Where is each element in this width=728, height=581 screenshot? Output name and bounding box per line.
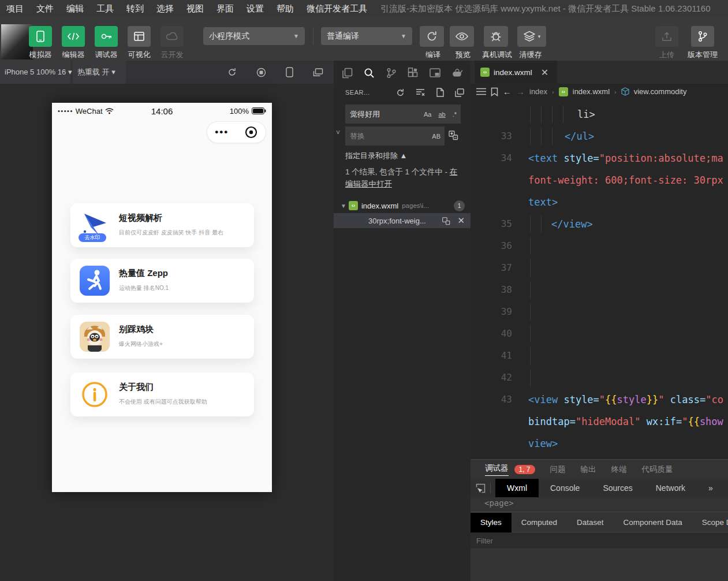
replace-all-icon[interactable]	[448, 130, 458, 140]
devtools-tab-Sources[interactable]: Sources	[591, 479, 644, 497]
code-line: 41	[471, 345, 728, 367]
styles-filter-input[interactable]	[471, 532, 728, 549]
editor-code-button[interactable]	[62, 26, 85, 47]
visualize-layout-button[interactable]	[128, 26, 151, 47]
search-panel-title: SEAR...	[345, 89, 370, 96]
debugger-key-button[interactable]	[95, 26, 118, 47]
tab-index-wxml[interactable]: ‹› index.wxml ✕	[475, 61, 557, 84]
result-match-row[interactable]: 30rpx;font-weig... ✕	[334, 213, 471, 228]
devtools-tab-Console[interactable]: Console	[539, 479, 591, 497]
debugger-tab-调试器[interactable]: 调试器	[485, 463, 509, 476]
code-text: </view>	[528, 213, 728, 235]
extensions-icon[interactable]	[408, 68, 418, 78]
menu-item-10[interactable]: 帮助	[270, 0, 300, 17]
真机调试-button[interactable]	[484, 26, 508, 47]
replace-input[interactable]	[345, 126, 415, 146]
dirs-exclude-toggle[interactable]: 指定目录和排除 ▲	[345, 151, 407, 161]
new-search-editor-icon[interactable]	[436, 88, 444, 97]
main-toolbar: 模拟器编辑器调试器可视化云开发 小程序模式 ▼ 普通编译 ▼ 编译预览真机调试▾…	[0, 17, 728, 61]
simulator-phone-button[interactable]	[29, 26, 52, 47]
nav-forward-icon[interactable]: →	[516, 87, 525, 96]
result-file-row[interactable]: ▼ ‹› index.wxml pages\i... 1	[334, 198, 471, 213]
device-selector[interactable]: iPhone 5 100% 16 ▾	[5, 61, 72, 84]
menu-item-11[interactable]: 微信开发者工具	[300, 0, 374, 17]
debugger-tab-终端[interactable]: 终端	[611, 464, 627, 475]
restart-icon[interactable]	[227, 68, 237, 77]
nav-back-icon[interactable]: ←	[503, 87, 512, 96]
breadcrumb-symbol[interactable]: view.commodity	[634, 87, 687, 96]
tab-name: index.wxml	[494, 68, 532, 77]
collapse-all-icon[interactable]	[455, 88, 464, 97]
regex-icon[interactable]: .*	[451, 110, 458, 118]
bookmark-icon[interactable]	[491, 87, 498, 96]
style-tab-computed[interactable]: Computed	[512, 513, 567, 532]
编译-button[interactable]	[420, 26, 444, 47]
menu-item-7[interactable]: 视图	[180, 0, 210, 17]
teapot-icon[interactable]	[451, 68, 463, 77]
preview-window-icon[interactable]	[430, 68, 440, 77]
code-editor[interactable]: li>33</ul>34<text style="position:absolu…	[471, 99, 728, 459]
line-number	[471, 169, 512, 191]
mode-select[interactable]: 小程序模式 ▼	[203, 27, 305, 45]
menu-item-1[interactable]: 项目	[0, 0, 30, 17]
hot-reload-toggle[interactable]: 热重载 开 ▾	[77, 61, 115, 84]
inspect-element-icon[interactable]	[471, 483, 490, 493]
capsule-more-button[interactable]: •••	[215, 129, 229, 135]
match-case-icon[interactable]: Aa	[423, 110, 432, 118]
debugger-tab-问题[interactable]: 问题	[550, 464, 566, 475]
code-line: 33</ul>	[471, 125, 728, 147]
replace-match-icon[interactable]	[442, 217, 450, 225]
detach-window-icon[interactable]	[313, 68, 323, 77]
search-icon[interactable]	[364, 68, 375, 79]
style-tab-dataset[interactable]: Dataset	[567, 513, 614, 532]
compile-select[interactable]: 普通编译 ▼	[321, 27, 412, 45]
code-text: <text style="position:absolute;ma	[528, 147, 728, 169]
style-tab-scope-data[interactable]: Scope Data	[692, 513, 728, 532]
close-tab-icon[interactable]: ✕	[541, 67, 548, 78]
版本管理-button[interactable]	[691, 26, 714, 47]
menu-item-2[interactable]: 文件	[30, 0, 60, 17]
style-tab-styles[interactable]: Styles	[471, 513, 512, 532]
refresh-search-icon[interactable]	[396, 88, 405, 97]
list-item-3[interactable]: 别踩鸡块爆火网络小游戏+	[70, 315, 254, 359]
record-icon[interactable]	[256, 68, 266, 77]
capsule-exit-button[interactable]	[244, 125, 258, 139]
code-line: 35</view>	[471, 213, 728, 235]
simulator-phone-icon	[36, 31, 44, 42]
debugger-tab-代码质量[interactable]: 代码质量	[642, 464, 673, 475]
code-tokens: </ul>	[528, 125, 594, 147]
menu-item-6[interactable]: 选择	[150, 0, 180, 17]
phone-frame-icon[interactable]	[286, 67, 293, 77]
dismiss-match-icon[interactable]: ✕	[457, 215, 465, 226]
whole-word-icon[interactable]: ab	[437, 110, 446, 118]
toolbar-label: 可视化	[122, 50, 156, 60]
list-item-2[interactable]: 热量值 Zepp运动热量 排名NO.1	[70, 259, 254, 303]
runner-icon	[80, 266, 110, 296]
explorer-files-icon[interactable]	[342, 68, 353, 79]
code-line: 38	[471, 279, 728, 301]
devtools-tab-Wxml[interactable]: Wxml	[495, 479, 539, 497]
debugger-tab-输出[interactable]: 输出	[581, 464, 596, 475]
tree-expand-icon[interactable]: ▼	[341, 203, 346, 209]
toggle-replace-chevron-icon[interactable]: ˅	[336, 129, 340, 137]
breadcrumb-index[interactable]: index	[529, 87, 547, 96]
list-item-1[interactable]: 去水印短视频解析目前仅可皮皮虾 皮皮搞笑 快手 抖音 最右	[70, 203, 254, 247]
source-control-branch-icon[interactable]	[386, 68, 397, 79]
menu-item-9[interactable]: 设置	[240, 0, 270, 17]
wxml-tree-content[interactable]: <page>	[471, 497, 728, 512]
menu-item-5[interactable]: 转到	[120, 0, 150, 17]
预览-button[interactable]	[450, 26, 474, 47]
style-tab-component-data[interactable]: Component Data	[614, 513, 692, 532]
list-item-4[interactable]: 关于我们不会使用 或有问题可点我获取帮助	[70, 373, 254, 416]
devtools-tab-»[interactable]: »	[697, 479, 725, 497]
preserve-case-icon[interactable]: AB	[431, 132, 442, 140]
menu-item-8[interactable]: 界面	[210, 0, 240, 17]
clear-results-icon[interactable]	[416, 88, 425, 96]
breadcrumb-file[interactable]: index.wxml	[573, 87, 610, 96]
清缓存-button[interactable]: ▾	[517, 26, 546, 47]
outline-menu-icon[interactable]	[476, 88, 486, 95]
menu-item-3[interactable]: 编辑	[60, 0, 90, 17]
search-input[interactable]	[345, 105, 420, 124]
devtools-tab-Network[interactable]: Network	[644, 479, 697, 497]
menu-item-4[interactable]: 工具	[90, 0, 120, 17]
